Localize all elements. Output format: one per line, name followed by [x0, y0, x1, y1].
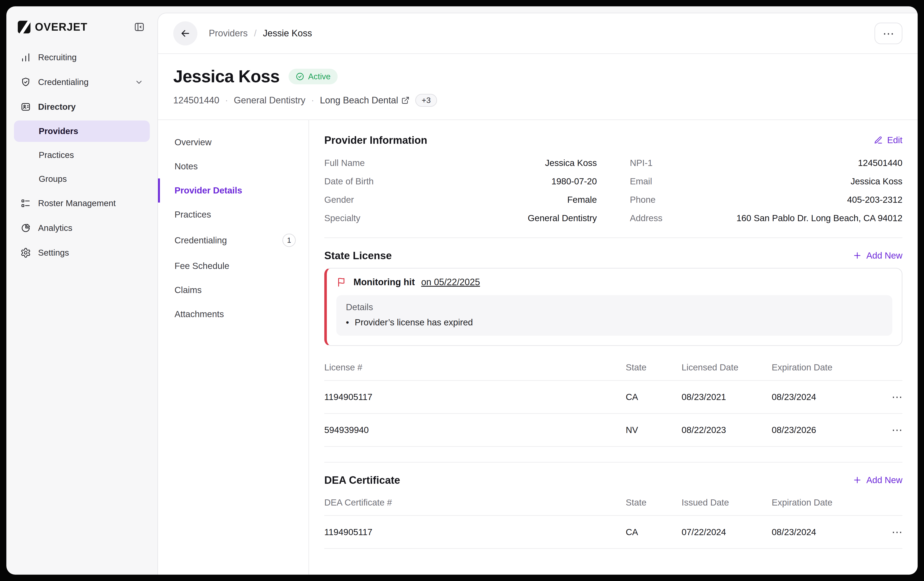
license-state: NV: [626, 425, 681, 435]
detail-content: Provider Information Edit Full NameJessi…: [309, 120, 917, 574]
sidebar-item-groups[interactable]: Groups: [14, 168, 150, 190]
dea-header: DEA Certificate Add New: [324, 474, 903, 486]
main-area: Providers / Jessie Koss ⋯ Jessica Koss: [157, 7, 917, 574]
sidebar-item-label: Roster Management: [38, 198, 116, 208]
dea-certificate-number: 1194905117: [324, 527, 626, 537]
practice-link[interactable]: Long Beach Dental: [320, 95, 409, 105]
row-menu-button[interactable]: ⋯: [879, 392, 903, 402]
dot-separator: ·: [311, 95, 314, 105]
tab-attachments[interactable]: Attachments: [158, 302, 309, 326]
bar-chart-icon: [20, 52, 31, 63]
page-more-button[interactable]: ⋯: [874, 23, 903, 44]
sidebar-collapse-button[interactable]: [133, 20, 146, 34]
chevron-down-icon: [135, 78, 144, 87]
field-row: Address160 San Pablo Dr. Long Beach, CA …: [630, 209, 903, 227]
id-card-icon: [20, 102, 31, 112]
status-badge: Active: [289, 69, 338, 84]
field-row: Date of Birth1980-07-20: [324, 172, 597, 191]
detail-body: Overview Notes Provider Details Practice…: [158, 120, 917, 574]
sidebar-item-label: Settings: [38, 248, 69, 258]
sidebar-item-roster-management[interactable]: Roster Management: [14, 192, 150, 214]
license-number: 594939940: [324, 425, 626, 435]
table-header-row: DEA Certificate # State Issued Date Expi…: [324, 492, 903, 516]
state-license-header: State License Add New: [324, 250, 903, 262]
flag-icon: [337, 277, 347, 288]
tab-practices[interactable]: Practices: [158, 202, 309, 227]
dea-table: DEA Certificate # State Issued Date Expi…: [324, 492, 903, 549]
licensed-date: 08/22/2023: [681, 425, 772, 435]
alert-title: Monitoring hit: [353, 277, 415, 287]
sidebar-item-label: Groups: [39, 174, 67, 184]
row-menu-button[interactable]: ⋯: [879, 425, 903, 435]
field-row: EmailJessica Koss: [630, 172, 903, 191]
provider-specialty: General Dentistry: [234, 95, 305, 105]
table-row: 1194905117 CA 08/23/2021 08/23/2024 ⋯: [324, 381, 903, 414]
sidebar-item-label: Directory: [38, 102, 76, 112]
table-row: 1194905117 CA 07/22/2024 08/23/2024 ⋯: [324, 516, 903, 549]
sidebar-item-credentialing[interactable]: Credentialing: [14, 71, 150, 93]
shield-check-icon: [20, 77, 31, 87]
app-window: OVERJET Recruiting: [7, 7, 917, 574]
sidebar-item-practices[interactable]: Practices: [14, 145, 150, 166]
dea-state: CA: [626, 527, 681, 537]
logo-text: OVERJET: [35, 21, 87, 33]
alert-details: Details Provider’s license has expired: [337, 295, 892, 336]
alert-details-item: Provider’s license has expired: [346, 318, 883, 328]
provider-info-fields: Full NameJessica Koss Date of Birth1980-…: [324, 154, 903, 227]
expiration-date: 08/23/2024: [772, 392, 879, 402]
fields-column-left: Full NameJessica Koss Date of Birth1980-…: [324, 154, 597, 227]
tab-provider-details[interactable]: Provider Details: [158, 178, 309, 202]
more-practices-chip[interactable]: +3: [415, 94, 437, 107]
sidebar-nav: Recruiting Credentialing Directory: [14, 46, 150, 267]
detail-subnav: Overview Notes Provider Details Practice…: [158, 120, 309, 574]
status-badge-label: Active: [308, 72, 331, 81]
row-menu-button[interactable]: ⋯: [879, 527, 903, 537]
tab-notes[interactable]: Notes: [158, 154, 309, 178]
alert-details-label: Details: [346, 302, 883, 312]
state-license-table: License # State Licensed Date Expiration…: [324, 357, 903, 447]
add-state-license-button[interactable]: Add New: [853, 250, 903, 261]
expiration-date: 08/23/2026: [772, 425, 879, 435]
breadcrumb-parent[interactable]: Providers: [209, 28, 248, 38]
expiration-date: 08/23/2024: [772, 527, 879, 537]
provider-info-header: Provider Information Edit: [324, 134, 903, 146]
screen: OVERJET Recruiting: [0, 0, 924, 581]
sidebar-item-label: Recruiting: [38, 53, 77, 63]
main-card: Providers / Jessie Koss ⋯ Jessica Koss: [157, 13, 917, 574]
sidebar-item-settings[interactable]: Settings: [14, 242, 150, 264]
alert-date-link[interactable]: on 05/22/2025: [421, 277, 480, 287]
external-link-icon: [401, 96, 409, 104]
tab-claims[interactable]: Claims: [158, 278, 309, 302]
provider-id: 124501440: [173, 95, 219, 105]
field-row: GenderFemale: [324, 191, 597, 209]
tab-credentialing[interactable]: Credentialing 1: [158, 227, 309, 254]
topbar: Providers / Jessie Koss ⋯: [158, 13, 917, 54]
profile-meta: 124501440 · General Dentistry · Long Bea…: [173, 94, 903, 107]
tab-overview[interactable]: Overview: [158, 130, 309, 154]
breadcrumb: Providers / Jessie Koss: [209, 28, 312, 38]
pie-chart-icon: [20, 223, 31, 234]
sidebar-item-analytics[interactable]: Analytics: [14, 217, 150, 239]
sidebar-item-providers[interactable]: Providers: [14, 120, 150, 142]
section-title: State License: [324, 250, 392, 262]
field-row: SpecialtyGeneral Dentistry: [324, 209, 597, 227]
section-divider: [324, 462, 903, 462]
sidebar-item-recruiting[interactable]: Recruiting: [14, 46, 150, 69]
sidebar-item-directory[interactable]: Directory: [14, 96, 150, 118]
sidebar-item-label: Credentialing: [38, 77, 89, 87]
edit-button[interactable]: Edit: [874, 135, 903, 145]
field-row: Full NameJessica Koss: [324, 154, 597, 172]
sidebar-item-label: Providers: [39, 126, 78, 136]
back-button[interactable]: [173, 21, 197, 46]
dot-separator: ·: [225, 95, 228, 105]
field-row: NPI-1124501440: [630, 154, 903, 172]
profile-header: Jessica Koss Active 124501440 · General …: [158, 54, 917, 120]
tab-fee-schedule[interactable]: Fee Schedule: [158, 254, 309, 278]
logo: OVERJET: [18, 21, 87, 33]
field-row: Phone405-203-2312: [630, 191, 903, 209]
table-header-row: License # State Licensed Date Expiration…: [324, 357, 903, 381]
sidebar-item-label: Analytics: [38, 223, 73, 233]
practice-name: Long Beach Dental: [320, 95, 398, 105]
add-dea-certificate-button[interactable]: Add New: [853, 475, 903, 485]
section-divider: [324, 237, 903, 238]
